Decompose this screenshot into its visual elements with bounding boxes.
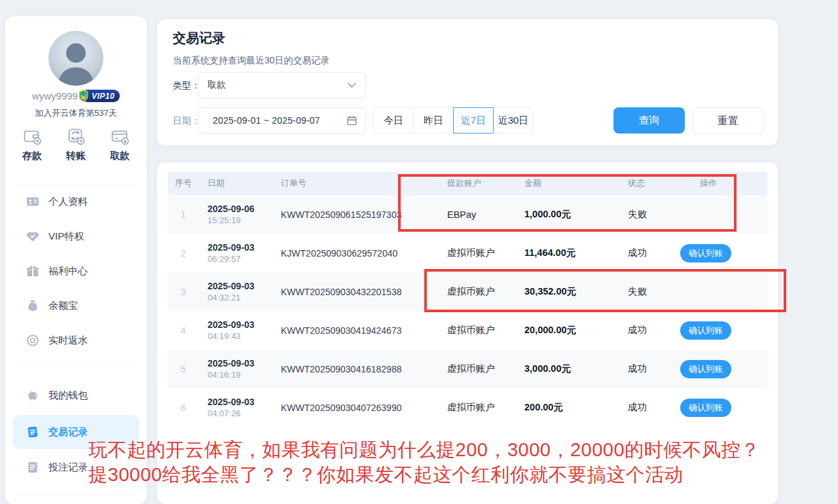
reset-button[interactable]: 重置 <box>692 107 764 134</box>
table-header-row: 序号 日期 订单号 提款账户 金额 状态 操作 <box>168 171 767 195</box>
wallet-icon <box>26 389 39 402</box>
table-row: 6 2025-09-03 04:07:26 KWWT20250903040726… <box>168 388 767 427</box>
calendar-icon <box>346 115 357 126</box>
row-date: 2025-09-03 04:07:26 <box>199 397 272 418</box>
row-action: 确认到账 <box>680 360 767 378</box>
time-text: 04:16:19 <box>208 370 272 380</box>
annotation-line-1: 玩不起的开云体育，如果我有问题为什么提200，3000，20000的时候不风控？ <box>88 437 782 462</box>
col-header-date: 日期 <box>199 177 272 189</box>
date-range-input[interactable]: 2025-09-01 ~ 2025-09-07 <box>198 107 366 134</box>
sidebar-item-label: 我的钱包 <box>48 389 88 402</box>
query-button[interactable]: 查询 <box>613 107 685 134</box>
row-amount: 3,000.00元 <box>517 363 615 375</box>
date-text: 2025-09-03 <box>208 242 272 253</box>
sidebar: wywy9999 VIP10 加入开云体育第537天 存款 <box>5 16 147 504</box>
rebate-icon <box>26 334 39 347</box>
shortcut-last30days[interactable]: 近30日 <box>493 107 534 134</box>
shortcut-yesterday[interactable]: 昨日 <box>413 107 454 134</box>
filter-panel: 交易记录 当前系统支持查询最近30日的交易记录 类型： 取款 日期： 2025-… <box>157 20 778 145</box>
row-date: 2025-09-06 15:25:19 <box>199 204 272 225</box>
bet-record-icon <box>26 461 39 474</box>
row-order-no: KWWT202509030432201538 <box>272 287 431 297</box>
row-order-no: KWWT202509030419424673 <box>272 325 431 336</box>
row-status: 成功 <box>615 401 680 414</box>
row-index: 6 <box>168 403 199 413</box>
sidebar-item-welfare[interactable]: 福利中心 <box>13 258 139 284</box>
page-subtitle: 当前系统支持查询最近30日的交易记录 <box>173 55 330 67</box>
time-text: 04:07:26 <box>208 408 272 418</box>
date-text: 2025-09-03 <box>208 319 272 330</box>
sidebar-item-label: VIP特权 <box>48 230 84 243</box>
confirm-receipt-button[interactable]: 确认到账 <box>680 360 731 378</box>
row-date: 2025-09-03 04:19:43 <box>199 319 272 341</box>
row-status: 成功 <box>615 363 680 375</box>
row-status: 成功 <box>615 247 680 259</box>
annotation-line-2: 提30000给我全黑了？？？你如果发不起这个红利你就不要搞这个活动 <box>88 462 782 487</box>
col-header-amount: 金额 <box>517 177 615 189</box>
col-header-no: 序号 <box>168 177 199 189</box>
row-index: 2 <box>168 248 199 259</box>
sidebar-item-rebate[interactable]: 实时返水 <box>13 327 139 353</box>
col-header-order: 订单号 <box>272 177 431 189</box>
col-header-action: 操作 <box>680 177 767 189</box>
row-account: 虚拟币账户 <box>431 401 517 414</box>
quick-actions: 存款 转账 取款 <box>12 126 140 162</box>
row-status: 失败 <box>615 285 680 298</box>
row-account: 虚拟币账户 <box>431 324 517 336</box>
time-text: 04:19:43 <box>208 331 272 341</box>
date-text: 2025-09-03 <box>208 358 272 369</box>
vip-diamond-icon <box>26 230 39 243</box>
date-text: 2025-09-03 <box>208 397 272 407</box>
row-order-no: KWWT202509061525197303 <box>272 209 431 220</box>
user-avatar[interactable] <box>48 31 103 86</box>
transactions-table: 序号 日期 订单号 提款账户 金额 状态 操作 1 2025-09-06 15:… <box>168 171 767 427</box>
time-text: 04:32:21 <box>208 293 272 302</box>
transfer-icon <box>66 126 86 146</box>
table-row: 5 2025-09-03 04:16:19 KWWT20250903041618… <box>168 350 767 388</box>
username: wywy9999 <box>32 90 78 101</box>
sidebar-item-wallet[interactable]: 我的钱包 <box>13 382 139 408</box>
date-label: 日期： <box>173 115 200 127</box>
sidebar-item-label: 福利中心 <box>48 265 88 278</box>
sidebar-item-label: 投注记录 <box>48 461 88 474</box>
type-select[interactable]: 取款 <box>198 72 366 98</box>
user-identity-row: wywy9999 VIP10 <box>5 90 147 102</box>
table-row: 2 2025-09-03 06:29:57 KJWT20250903062957… <box>168 234 767 272</box>
money-pouch-icon <box>26 299 39 312</box>
row-action: 确认到账 <box>680 244 767 262</box>
row-amount: 11,464.00元 <box>517 247 615 259</box>
date-text: 2025-09-06 <box>208 204 272 214</box>
confirm-receipt-button[interactable]: 确认到账 <box>680 321 731 340</box>
row-account: EBPay <box>431 209 517 220</box>
page-title: 交易记录 <box>173 29 225 47</box>
row-order-no: KJWT202509030629572040 <box>272 248 431 259</box>
sidebar-item-yuebao[interactable]: 余额宝 <box>13 293 139 319</box>
sidebar-item-profile[interactable]: 个人资料 <box>13 189 139 215</box>
shortcut-last7days[interactable]: 近7日 <box>453 107 494 134</box>
quick-action-label: 转账 <box>66 150 86 162</box>
quick-action-transfer[interactable]: 转账 <box>56 126 96 162</box>
quick-action-withdraw[interactable]: 取款 <box>100 126 140 162</box>
confirm-receipt-button[interactable]: 确认到账 <box>680 244 731 262</box>
row-date: 2025-09-03 04:16:19 <box>199 358 272 380</box>
vip-shield-icon <box>77 89 90 103</box>
sidebar-item-label: 个人资料 <box>48 196 88 208</box>
type-label: 类型： <box>173 80 200 92</box>
membership-duration: 加入开云体育第537天 <box>5 107 147 119</box>
row-date: 2025-09-03 04:32:21 <box>199 281 272 302</box>
sidebar-item-vip[interactable]: VIP特权 <box>13 223 139 249</box>
date-shortcuts: 今日 昨日 近7日 近30日 <box>373 107 534 134</box>
row-index: 3 <box>168 287 199 297</box>
row-index: 5 <box>168 364 199 374</box>
quick-action-deposit[interactable]: 存款 <box>12 126 52 162</box>
col-header-status: 状态 <box>615 177 680 189</box>
col-header-account: 提款账户 <box>431 177 517 189</box>
row-amount: 20,000.00元 <box>517 324 615 336</box>
row-index: 1 <box>168 209 199 220</box>
confirm-receipt-button[interactable]: 确认到账 <box>680 399 731 417</box>
shortcut-today[interactable]: 今日 <box>373 107 414 134</box>
row-date: 2025-09-03 06:29:57 <box>199 242 272 264</box>
row-account: 虚拟币账户 <box>431 247 517 259</box>
gift-icon <box>26 264 39 278</box>
sidebar-divider <box>16 494 136 495</box>
